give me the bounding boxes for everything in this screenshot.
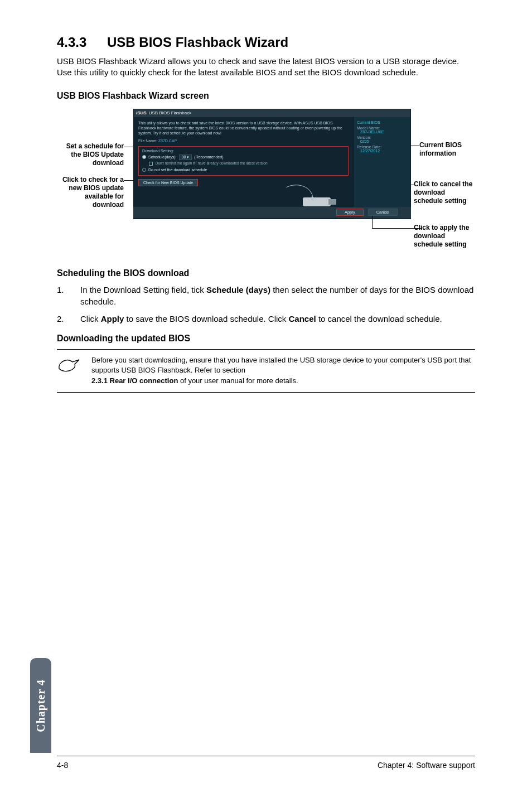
scheduling-heading: Scheduling the BIOS download bbox=[57, 268, 475, 278]
section-heading: 4.3.3USB BIOS Flashback Wizard bbox=[57, 35, 475, 50]
radio-noset-icon[interactable] bbox=[142, 168, 146, 172]
model-value: Z87-DELUXE bbox=[360, 130, 407, 134]
anno-apply: Click to apply the download schedule set… bbox=[414, 224, 475, 249]
current-bios-panel: Current BIOS Model Name: Z87-DELUXE Vers… bbox=[354, 117, 410, 219]
dont-remind-row[interactable]: Don't remind me again if I have already … bbox=[149, 161, 345, 166]
schedule-days-select[interactable]: 30 ▾ bbox=[179, 154, 192, 160]
footer-title: Chapter 4: Software support bbox=[378, 761, 475, 770]
connector-line bbox=[372, 216, 373, 228]
version-value: 0205 bbox=[360, 139, 407, 143]
section-title-text: USB BIOS Flashback Wizard bbox=[107, 35, 288, 50]
app-logo: /SUS bbox=[136, 110, 147, 115]
cancel-button[interactable]: Cancel bbox=[368, 209, 398, 216]
app-titlebar: /SUS USB BIOS Flashback bbox=[134, 109, 410, 117]
svg-rect-1 bbox=[328, 199, 336, 205]
chapter-side-tab: Chapter 4 bbox=[30, 658, 51, 753]
checkbox-icon[interactable] bbox=[149, 162, 153, 166]
recommended-label: (Recommended) bbox=[194, 155, 223, 159]
step-number: 2. bbox=[57, 313, 80, 325]
release-label: Release Date: bbox=[357, 145, 407, 149]
step-text: Click Apply to save the BIOS download sc… bbox=[80, 313, 475, 325]
step-1: 1. In the Download Setting field, tick S… bbox=[57, 284, 475, 307]
anno-cancel: Click to cancel the download schedule se… bbox=[414, 180, 475, 205]
note-text: Before you start downloading, ensure tha… bbox=[91, 355, 475, 387]
intro-paragraph: USB BIOS Flashback Wizard allows you to … bbox=[57, 56, 475, 79]
step-2: 2. Click Apply to save the BIOS download… bbox=[57, 313, 475, 325]
current-bios-header: Current BIOS bbox=[357, 120, 407, 124]
model-label: Model Name: bbox=[357, 126, 407, 130]
filename-value: Z87D.CAP bbox=[158, 139, 177, 143]
schedule-row[interactable]: Schedule(days): 30 ▾ (Recommended) bbox=[142, 154, 345, 160]
step-number: 1. bbox=[57, 284, 80, 307]
filename-label: File Name: bbox=[138, 139, 157, 143]
anno-check: Click to check for a new BIOS update ava… bbox=[57, 176, 124, 209]
page-number: 4-8 bbox=[57, 761, 68, 770]
section-number: 4.3.3 bbox=[57, 35, 107, 50]
note-icon bbox=[57, 355, 81, 387]
dont-remind-label: Don't remind me again if I have already … bbox=[156, 161, 268, 165]
app-title: USB BIOS Flashback bbox=[149, 110, 191, 115]
downloading-heading: Downloading the updated BIOS bbox=[57, 334, 475, 344]
screenshot-composite: Set a schedule for the BIOS Update downl… bbox=[57, 109, 475, 259]
screen-heading: USB BIOS Flashback Wizard screen bbox=[57, 91, 475, 101]
connector-line bbox=[372, 228, 422, 229]
filename-row: File Name: Z87D.CAP bbox=[138, 139, 349, 143]
version-label: Version: bbox=[357, 136, 407, 139]
apply-button[interactable]: Apply bbox=[336, 209, 364, 216]
radio-schedule-icon[interactable] bbox=[142, 155, 146, 159]
app-desc: This utility allows you to check and sav… bbox=[138, 120, 349, 136]
page-footer: 4-8 Chapter 4: Software support bbox=[57, 756, 475, 770]
svg-rect-0 bbox=[303, 197, 331, 206]
noset-label: Do not set the download schedule bbox=[148, 168, 207, 172]
anno-schedule: Set a schedule for the BIOS Update downl… bbox=[57, 142, 124, 167]
download-setting-label: Download Setting: bbox=[142, 149, 345, 153]
step-text: In the Download Setting field, tick Sche… bbox=[80, 284, 475, 307]
schedule-days-label: Schedule(days): bbox=[148, 155, 177, 159]
noset-row[interactable]: Do not set the download schedule bbox=[142, 168, 345, 172]
steps-list: 1. In the Download Setting field, tick S… bbox=[57, 284, 475, 325]
note-box: Before you start downloading, ensure tha… bbox=[57, 349, 475, 393]
anno-current: Current BIOS information bbox=[419, 141, 475, 158]
download-setting-group: Download Setting: Schedule(days): 30 ▾ (… bbox=[138, 146, 349, 176]
app-footer: Apply Cancel bbox=[133, 207, 411, 218]
check-bios-button[interactable]: Check for New BIOS Update bbox=[138, 179, 198, 186]
app-window: /SUS USB BIOS Flashback This utility all… bbox=[133, 109, 411, 219]
release-value: 12/27/2012 bbox=[360, 149, 407, 153]
chapter-side-label: Chapter 4 bbox=[35, 679, 47, 732]
